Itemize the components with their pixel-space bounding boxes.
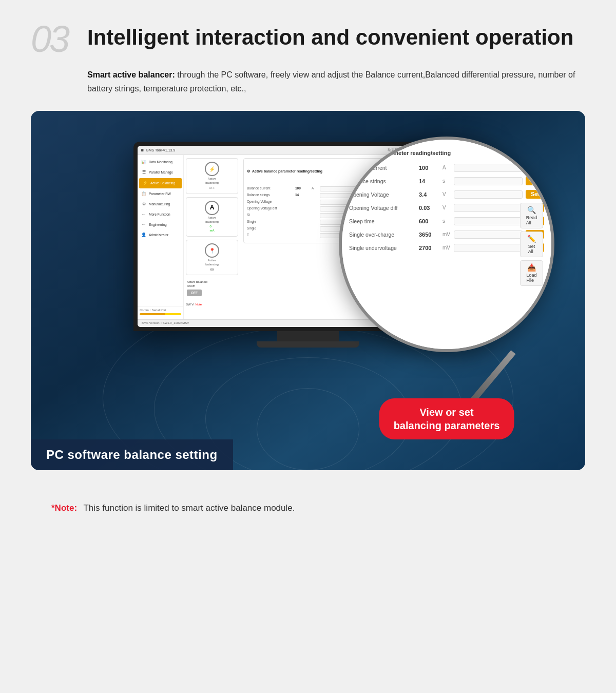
mag-label-single-undervoltage: Single undervoltage — [349, 245, 416, 251]
administrator-icon: 👤 — [141, 233, 147, 238]
param-label-opening-voltage: Opening Voltage — [247, 200, 293, 204]
param-label-si: SI — [247, 213, 293, 217]
sidebar-item-parameter-rw[interactable]: 📋 Parameter RW — [138, 189, 183, 199]
mag-set-all-icon: ✏️ — [527, 235, 536, 243]
mag-unit-balance-strings: s — [442, 178, 451, 184]
magnifier-glass-wrapper: ⚙ balance parameter reading/setting Bala… — [339, 137, 554, 424]
mag-input-single-overcharge[interactable] — [454, 230, 523, 239]
device-icon-1: ⚡ — [205, 162, 219, 176]
mag-label-single-overcharge: Single over-charge — [349, 232, 416, 238]
sidebar-label-data-monitoring: Data Monitoring — [149, 160, 172, 164]
mag-unit-opening-voltage: V — [442, 191, 451, 197]
engineering-icon: ··· — [141, 222, 147, 227]
callout-bubble: View or setbalancing parameters — [379, 398, 514, 439]
mag-set-btn-opening-voltage[interactable]: Set — [526, 190, 544, 199]
mag-input-single-undervoltage[interactable] — [454, 244, 523, 252]
mag-row-single-undervoltage: Single undervoltage 2700 mV Set — [349, 242, 544, 253]
device-value-3: 00 — [210, 268, 214, 272]
monitor-wrapper: 🖥 BMS Tool-V1.13.9 动力保护板 Refresh Comm Se… — [51, 131, 565, 378]
mag-set-btn-balance-current[interactable]: Set — [526, 163, 544, 172]
balance-toggle-area: Active balance:on/off OFF — [186, 278, 238, 298]
mag-row-balance-current: Balance current 100 A Set — [349, 162, 544, 173]
param-label-opening-voltage-diff: Opening Voltage diff — [247, 206, 293, 210]
balance-toggle-button[interactable]: OFF — [187, 290, 202, 296]
mag-label-opening-voltage: Opening Voltage — [349, 191, 416, 198]
comm-bar — [140, 313, 181, 315]
device-cards-column: ⚡ Activebalancing OFF A — [184, 155, 240, 319]
mag-input-balance-strings[interactable] — [454, 177, 523, 185]
mag-load-file-icon: 📥 — [527, 263, 536, 272]
device-status-2: 0mA — [210, 225, 215, 233]
device-label-2: Activebalancing — [205, 216, 219, 224]
mag-unit-single-undervoltage: mV — [442, 245, 451, 251]
sidebar-label-more-function: More Function — [149, 213, 170, 217]
device-icon-2: A — [205, 201, 219, 215]
step-number: 03 — [31, 21, 77, 57]
sidebar-item-parallel-manage[interactable]: ☰ Parallel Manage — [138, 167, 183, 178]
mag-value-balance-strings: 14 — [419, 178, 439, 184]
mag-value-opening-voltage: 3.4 — [419, 191, 439, 198]
active-balancing-icon: ⚡ — [142, 181, 148, 186]
mag-input-opening-voltage[interactable] — [454, 190, 523, 199]
description-label: Smart active balancer: — [87, 70, 175, 79]
mag-set-btn-balance-strings[interactable]: Set — [526, 177, 544, 185]
more-function-icon: ··· — [141, 212, 147, 217]
mag-set-all-button[interactable]: ✏️ SetAll — [520, 232, 543, 257]
sidebar-label-parallel: Parallel Manage — [149, 170, 173, 175]
device-card-2: A Activebalancing 0mA — [186, 197, 238, 237]
sidebar-item-administrator[interactable]: 👤 Administrator — [138, 230, 183, 240]
parallel-manage-icon: ☰ — [141, 170, 147, 175]
status-off-label: OFF — [209, 186, 215, 190]
mag-row-sleep-time: Sleep time 600 s Set — [349, 216, 544, 226]
param-value-balance-current: 100 — [295, 186, 310, 190]
mag-load-file-button[interactable]: 📥 LoadFile — [520, 260, 543, 286]
sidebar-label-parameter-rw: Parameter RW — [149, 192, 171, 196]
note-red-text: Note — [195, 303, 202, 306]
sidebar-comm: Comm：Serial Port — [138, 306, 183, 318]
sidebar-item-data-monitoring[interactable]: 📊 Data Monitoring — [138, 157, 183, 167]
mag-row-single-overcharge: Single over-charge 3650 mV Set — [349, 229, 544, 240]
magnifier-glass: ⚙ balance parameter reading/setting Bala… — [339, 137, 554, 352]
header-section: 03 Intelligent interaction and convenien… — [31, 21, 585, 57]
data-monitoring-icon: 📊 — [141, 160, 147, 165]
param-label-single1: Single — [247, 220, 293, 224]
mag-label-sleep-time: Sleep time — [349, 218, 416, 224]
mag-input-sleep-time[interactable] — [454, 217, 523, 225]
pc-software-label: PC software balance setting — [31, 439, 233, 470]
magnified-content: ⚙ balance parameter reading/setting Bala… — [342, 140, 551, 349]
mag-unit-opening-voltage-diff: V — [442, 205, 451, 210]
param-value-balance-strings: 14 — [295, 193, 310, 197]
param-title-text: Active balance parameter reading/setting — [252, 169, 322, 174]
note-text: This function is limited to smart active… — [83, 503, 295, 513]
mag-row-opening-voltage-diff: Opening Voltage diff 0.03 V Set — [349, 202, 544, 213]
mag-label-opening-voltage-diff: Opening Voltage diff — [349, 205, 416, 211]
device-status-1: OFF — [209, 186, 215, 190]
mag-input-opening-voltage-diff[interactable] — [454, 204, 523, 212]
mag-row-balance-strings: Balance strings 14 s Set — [349, 176, 544, 186]
device-card-3: 📍 Activebalancing 00 — [186, 240, 238, 275]
mag-read-all-button[interactable]: 🔍 ReadAll — [520, 203, 543, 228]
sw-v-label: SW V: — [186, 303, 195, 306]
balance-toggle-label: Active balance:on/off — [187, 280, 237, 288]
device-value-2: 0mA — [210, 225, 215, 233]
mag-input-balance-current[interactable] — [454, 164, 523, 172]
param-unit-balance-current: A — [312, 186, 318, 190]
magnified-title: ⚙ balance parameter reading/setting — [349, 149, 544, 157]
sidebar-label-administrator: Administrator — [149, 233, 168, 237]
description: Smart active balancer: through the PC so… — [87, 68, 580, 95]
mag-settings-icon: ⚙ — [349, 149, 356, 157]
sidebar-label-engineering: Engineering — [149, 223, 167, 227]
mag-value-single-overcharge: 3650 — [419, 232, 439, 238]
mag-load-file-label: LoadFile — [526, 273, 536, 283]
bms-icon: 🖥 — [141, 148, 144, 152]
bms-version: BMS Version：SW1.0_1102KMSV — [142, 321, 189, 325]
mag-unit-balance-current: A — [442, 165, 451, 170]
sidebar-item-more-function[interactable]: ··· More Function — [138, 209, 183, 220]
sidebar-item-active-balancing[interactable]: ⚡ Active Balancing — [139, 178, 182, 188]
sidebar-item-engineering[interactable]: ··· Engineering — [138, 220, 183, 230]
param-label-balance-current: Balance current — [247, 186, 293, 190]
sidebar-item-manufacturing[interactable]: ⚙ Manufacturing — [138, 199, 183, 209]
mag-unit-single-overcharge: mV — [442, 232, 451, 237]
device-icon-3: 📍 — [205, 243, 219, 258]
main-container: 🖥 BMS Tool-V1.13.9 动力保护板 Refresh Comm Se… — [31, 111, 585, 470]
